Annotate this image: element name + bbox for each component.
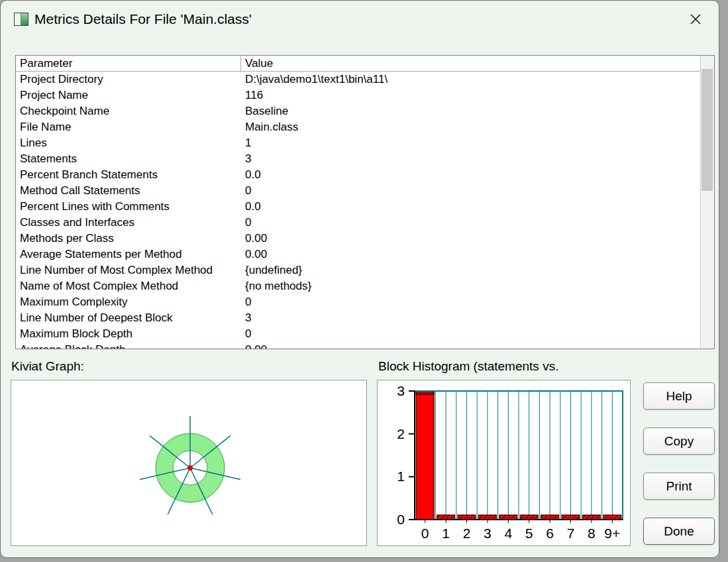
- value-cell: Baseline: [241, 103, 700, 119]
- parameter-cell: Maximum Block Depth: [16, 326, 241, 342]
- table-row[interactable]: Percent Branch Statements0.0: [16, 167, 700, 183]
- parameter-cell: Checkpoint Name: [16, 103, 241, 119]
- value-cell: 0.00: [241, 247, 700, 262]
- svg-text:9+: 9+: [604, 526, 620, 541]
- print-button[interactable]: Print: [643, 473, 715, 500]
- svg-text:2: 2: [463, 526, 471, 541]
- column-header-parameter[interactable]: Parameter: [16, 56, 241, 72]
- value-cell: 0: [241, 326, 700, 342]
- metrics-table-main: Parameter Value Project DirectoryD:\java…: [16, 56, 700, 349]
- histogram-bar-zero: [437, 515, 455, 520]
- app-icon-right: [21, 13, 28, 25]
- table-row[interactable]: File NameMain.class: [16, 119, 700, 135]
- table-row[interactable]: Average Block Depth0.00: [16, 342, 700, 349]
- svg-text:5: 5: [525, 526, 533, 541]
- table-row[interactable]: Percent Lines with Comments0.0: [16, 199, 700, 215]
- metrics-table-body: Project DirectoryD:\java\demo1\text1\bin…: [16, 72, 700, 349]
- close-icon: [689, 13, 702, 26]
- table-row[interactable]: Line Number of Most Complex Method{undef…: [16, 262, 700, 278]
- histogram-bar-zero: [562, 515, 580, 520]
- kiviat-svg: [11, 380, 366, 545]
- table-row[interactable]: Line Number of Deepest Block3: [16, 310, 700, 326]
- value-cell: 1: [241, 135, 700, 151]
- parameter-cell: Project Directory: [16, 72, 241, 87]
- value-cell: 0.0: [241, 199, 700, 215]
- value-cell: 0: [241, 183, 700, 199]
- value-cell: 0: [241, 215, 700, 231]
- done-button[interactable]: Done: [643, 518, 715, 545]
- histogram-bar: [416, 391, 434, 520]
- table-row[interactable]: Classes and Interfaces0: [16, 215, 700, 231]
- histogram-bar-zero: [582, 515, 600, 520]
- svg-text:4: 4: [504, 526, 512, 541]
- histogram-bar-zero: [541, 515, 559, 520]
- histogram-bar-zero: [458, 515, 476, 520]
- svg-text:2: 2: [397, 426, 405, 441]
- title-bar: Metrics Details For File 'Main.class': [1, 1, 719, 38]
- parameter-cell: Percent Lines with Comments: [16, 199, 241, 215]
- svg-text:1: 1: [397, 469, 405, 484]
- parameter-cell: Name of Most Complex Method: [16, 278, 241, 294]
- parameter-cell: Line Number of Most Complex Method: [16, 262, 241, 278]
- svg-text:0: 0: [421, 526, 429, 541]
- svg-text:3: 3: [397, 383, 405, 398]
- value-cell: 116: [241, 87, 700, 103]
- dialog-window: Metrics Details For File 'Main.class' Pa…: [0, 0, 719, 558]
- window-title: Metrics Details For File 'Main.class': [34, 11, 252, 27]
- table-row[interactable]: Name of Most Complex Method{no methods}: [16, 278, 700, 294]
- parameter-cell: Classes and Interfaces: [16, 215, 241, 231]
- metrics-table[interactable]: Parameter Value Project DirectoryD:\java…: [15, 55, 715, 349]
- parameter-cell: Method Call Statements: [16, 183, 241, 199]
- close-button[interactable]: [686, 9, 705, 29]
- table-row[interactable]: Project DirectoryD:\java\demo1\text1\bin…: [16, 72, 700, 87]
- table-row[interactable]: Method Call Statements0: [16, 183, 700, 199]
- svg-text:0: 0: [397, 512, 405, 527]
- parameter-cell: Line Number of Deepest Block: [16, 310, 241, 326]
- block-histogram-chart: 01230123456789+: [377, 380, 631, 546]
- value-cell: {undefined}: [241, 262, 700, 278]
- parameter-cell: Lines: [16, 135, 241, 151]
- histogram-bar-zero: [478, 515, 496, 520]
- table-row[interactable]: Maximum Block Depth0: [16, 326, 700, 342]
- histogram-bar-zero: [499, 515, 517, 520]
- value-cell: 3: [241, 151, 700, 167]
- svg-text:8: 8: [588, 526, 596, 541]
- svg-text:3: 3: [484, 526, 492, 541]
- value-cell: D:\java\demo1\text1\bin\a11\: [241, 72, 700, 87]
- app-icon: [14, 13, 28, 26]
- vertical-scrollbar[interactable]: [700, 56, 714, 349]
- value-cell: 0: [241, 294, 700, 310]
- svg-text:6: 6: [546, 526, 554, 541]
- parameter-cell: Project Name: [16, 87, 241, 103]
- kiviat-graph: [11, 380, 367, 546]
- parameter-cell: Maximum Complexity: [16, 294, 241, 310]
- table-row[interactable]: Project Name116: [16, 87, 700, 103]
- table-row[interactable]: Lines1: [16, 135, 700, 151]
- app-icon-left: [15, 13, 21, 25]
- help-button[interactable]: Help: [643, 382, 715, 410]
- block-histogram-label: Block Histogram (statements vs.: [378, 359, 558, 374]
- scrollbar-thumb[interactable]: [702, 69, 713, 191]
- value-cell: 0.0: [241, 167, 700, 183]
- column-header-value[interactable]: Value: [241, 56, 700, 72]
- svg-text:7: 7: [567, 526, 575, 541]
- parameter-cell: Methods per Class: [16, 231, 241, 247]
- parameter-cell: Average Statements per Method: [16, 247, 241, 262]
- parameter-cell: Average Block Depth: [16, 342, 241, 349]
- kiviat-graph-label: Kiviat Graph:: [11, 359, 84, 374]
- svg-text:1: 1: [442, 526, 450, 541]
- parameter-cell: Percent Branch Statements: [16, 167, 241, 183]
- parameter-cell: Statements: [16, 151, 241, 167]
- table-row[interactable]: Average Statements per Method0.00: [16, 247, 700, 262]
- table-row[interactable]: Statements3: [16, 151, 700, 167]
- value-cell: 0.00: [241, 231, 700, 247]
- copy-button[interactable]: Copy: [643, 427, 715, 455]
- table-row[interactable]: Methods per Class0.00: [16, 231, 700, 247]
- value-cell: 0.00: [241, 342, 700, 349]
- histogram-bar-zero: [520, 515, 538, 520]
- parameter-cell: File Name: [16, 119, 241, 135]
- table-header-row: Parameter Value: [16, 56, 700, 72]
- table-row[interactable]: Checkpoint NameBaseline: [16, 103, 700, 119]
- table-row[interactable]: Maximum Complexity0: [16, 294, 700, 310]
- value-cell: Main.class: [241, 119, 700, 135]
